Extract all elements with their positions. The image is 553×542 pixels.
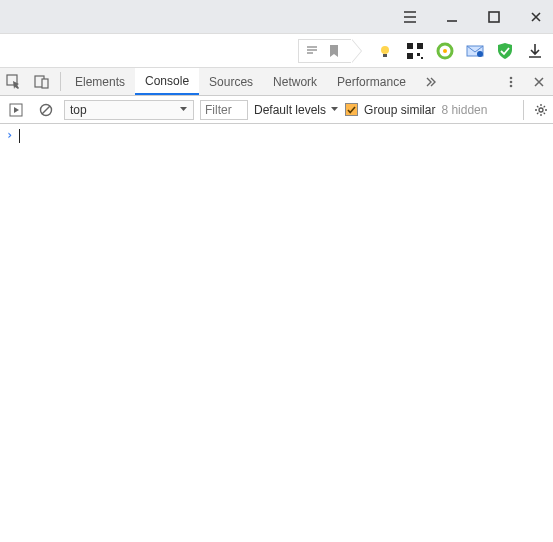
bookmark-icon[interactable] — [323, 40, 345, 62]
extension-shield-icon[interactable] — [495, 41, 515, 61]
svg-rect-4 — [417, 43, 423, 49]
extension-circle-icon[interactable] — [435, 41, 455, 61]
svg-point-1 — [381, 46, 389, 54]
reader-icon[interactable] — [305, 44, 319, 58]
group-similar-checkbox[interactable] — [345, 103, 358, 116]
svg-point-16 — [510, 80, 513, 83]
tab-sources[interactable]: Sources — [199, 68, 263, 95]
extension-qr-icon[interactable] — [405, 41, 425, 61]
context-select[interactable]: top — [64, 100, 194, 120]
execution-context-icon[interactable] — [4, 100, 28, 120]
console-settings-icon[interactable] — [523, 100, 549, 120]
inspect-element-icon[interactable] — [0, 68, 28, 95]
svg-rect-6 — [417, 53, 420, 56]
console-toolbar: top Default levels Group similar 8 hidde… — [0, 96, 553, 124]
svg-rect-2 — [383, 54, 387, 57]
close-window-icon[interactable] — [527, 8, 545, 26]
minimize-icon[interactable] — [443, 8, 461, 26]
hidden-count-label[interactable]: 8 hidden — [441, 103, 487, 117]
console-body[interactable]: › — [0, 124, 553, 147]
tab-console[interactable]: Console — [135, 68, 199, 95]
group-similar-label: Group similar — [364, 103, 435, 117]
chevron-down-icon — [330, 105, 339, 114]
levels-label: Default levels — [254, 103, 326, 117]
close-devtools-icon[interactable] — [525, 76, 553, 88]
devtools-tabbar: Elements Console Sources Network Perform… — [0, 68, 553, 96]
console-prompt-icon: › — [6, 128, 13, 142]
more-tabs-icon[interactable] — [416, 68, 444, 95]
filter-input[interactable] — [200, 100, 248, 120]
tab-performance[interactable]: Performance — [327, 68, 416, 95]
address-segment — [298, 39, 365, 63]
browser-toolbar — [0, 34, 553, 68]
menu-icon[interactable] — [401, 8, 419, 26]
svg-point-17 — [510, 84, 513, 87]
context-select-value: top — [70, 103, 87, 117]
svg-rect-0 — [489, 12, 499, 22]
console-cursor — [19, 129, 20, 143]
svg-point-20 — [539, 108, 543, 112]
svg-rect-14 — [42, 79, 48, 88]
svg-rect-5 — [407, 53, 413, 59]
chevron-down-icon — [179, 105, 188, 114]
tab-network[interactable]: Network — [263, 68, 327, 95]
kebab-menu-icon[interactable] — [497, 75, 525, 89]
window-titlebar — [0, 0, 553, 34]
clear-console-icon[interactable] — [34, 100, 58, 120]
svg-point-11 — [477, 51, 483, 57]
svg-rect-3 — [407, 43, 413, 49]
download-icon[interactable] — [525, 41, 545, 61]
svg-rect-7 — [421, 57, 423, 59]
svg-point-15 — [510, 76, 513, 79]
device-toolbar-icon[interactable] — [28, 68, 56, 95]
levels-select[interactable]: Default levels — [254, 103, 339, 117]
extension-mail-icon[interactable] — [465, 41, 485, 61]
svg-point-9 — [443, 49, 447, 53]
extension-bulb-icon[interactable] — [375, 41, 395, 61]
tab-elements[interactable]: Elements — [65, 68, 135, 95]
maximize-icon[interactable] — [485, 8, 503, 26]
